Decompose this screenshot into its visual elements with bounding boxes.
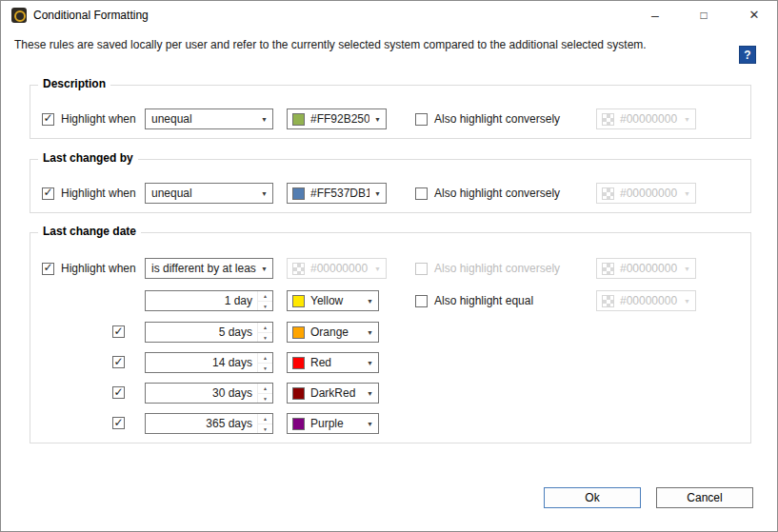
color-swatch xyxy=(292,113,305,126)
threshold-value: 365 days xyxy=(146,417,257,430)
threshold-enable-checkbox-2[interactable]: ✓ xyxy=(112,325,125,338)
color-value: Yellow xyxy=(305,294,362,307)
transparent-swatch xyxy=(292,263,305,275)
spin-up-icon[interactable]: ▲ xyxy=(258,291,272,302)
color-value: #FF92B250 xyxy=(305,112,369,126)
operator-value: unequal xyxy=(146,187,256,200)
minimize-button[interactable]: – xyxy=(641,1,669,30)
cancel-button[interactable]: Cancel xyxy=(656,487,753,508)
highlight-when-label: Highlight when xyxy=(61,112,136,126)
threshold-spinner-3[interactable]: 14 days ▲ ▼ xyxy=(145,352,273,373)
conversely-color-dropdown-disabled: #00000000 ▼ xyxy=(596,183,696,204)
color-swatch xyxy=(292,357,305,369)
highlight-color-dropdown[interactable]: #FF537DB1 ▼ xyxy=(287,183,387,204)
threshold-enable-checkbox-3[interactable]: ✓ xyxy=(112,356,125,368)
chevron-down-icon: ▼ xyxy=(679,298,695,305)
also-conversely-label: Also highlight conversely xyxy=(434,262,560,275)
also-equal-checkbox[interactable]: Also highlight equal xyxy=(415,290,533,311)
threshold-color-dropdown-1[interactable]: Yellow ▼ xyxy=(287,290,379,311)
color-swatch xyxy=(292,187,305,200)
checkbox-disabled xyxy=(415,263,428,275)
checkbox-checked[interactable]: ✓ xyxy=(42,263,54,275)
checkbox-checked[interactable]: ✓ xyxy=(42,113,54,126)
chevron-down-icon: ▼ xyxy=(362,329,378,336)
check-icon: ✓ xyxy=(113,386,123,398)
transparent-swatch xyxy=(602,113,614,126)
checkbox-unchecked[interactable] xyxy=(415,295,428,307)
color-value: #00000000 xyxy=(614,112,679,126)
highlight-when-checkbox[interactable]: ✓ Highlight when xyxy=(42,108,136,129)
threshold-value: 14 days xyxy=(146,356,257,369)
chevron-down-icon: ▼ xyxy=(369,116,386,123)
also-conversely-checkbox-disabled: Also highlight conversely xyxy=(415,258,560,279)
chevron-down-icon: ▼ xyxy=(362,421,378,427)
highlight-color-dropdown[interactable]: #FF92B250 ▼ xyxy=(287,108,387,129)
conversely-color-dropdown-disabled: #00000000 ▼ xyxy=(596,108,696,129)
threshold-spinner-5[interactable]: 365 days ▲ ▼ xyxy=(145,413,273,434)
spin-down-icon[interactable]: ▼ xyxy=(258,364,272,373)
also-conversely-label: Also highlight conversely xyxy=(434,112,560,126)
help-button[interactable]: ? xyxy=(739,46,756,64)
chevron-down-icon: ▼ xyxy=(256,190,272,197)
spin-up-icon[interactable]: ▲ xyxy=(258,384,272,394)
highlight-when-checkbox[interactable]: ✓ Highlight when xyxy=(42,183,136,204)
color-swatch xyxy=(292,387,305,400)
spin-down-icon[interactable]: ▼ xyxy=(258,394,272,404)
threshold-spinner-1[interactable]: 1 day ▲ ▼ xyxy=(145,290,273,311)
maximize-button[interactable]: □ xyxy=(689,1,718,30)
operator-dropdown[interactable]: unequal ▼ xyxy=(145,183,273,204)
chevron-down-icon: ▼ xyxy=(362,298,378,305)
operator-dropdown[interactable]: is different by at least ▼ xyxy=(145,258,273,279)
spinner-buttons[interactable]: ▲ ▼ xyxy=(257,384,272,403)
spin-up-icon[interactable]: ▲ xyxy=(258,353,272,364)
checkbox-checked[interactable]: ✓ xyxy=(42,187,54,200)
group-title: Description xyxy=(38,77,110,90)
spinner-buttons[interactable]: ▲ ▼ xyxy=(257,291,272,310)
spin-up-icon[interactable]: ▲ xyxy=(258,414,272,424)
threshold-color-dropdown-4[interactable]: DarkRed ▼ xyxy=(287,383,379,404)
chevron-down-icon: ▼ xyxy=(369,266,386,272)
intro-text: These rules are saved locally per user a… xyxy=(14,38,724,51)
spinner-buttons[interactable]: ▲ ▼ xyxy=(257,323,272,342)
checkbox-unchecked[interactable] xyxy=(415,187,428,200)
chevron-down-icon: ▼ xyxy=(679,116,695,123)
threshold-color-dropdown-3[interactable]: Red ▼ xyxy=(287,352,379,373)
group-title: Last change date xyxy=(38,225,141,238)
spin-down-icon[interactable]: ▼ xyxy=(258,302,272,311)
group-last-change-date: Last change date ✓ Highlight when is dif… xyxy=(30,232,751,443)
spin-down-icon[interactable]: ▼ xyxy=(258,424,272,434)
operator-value: is different by at least xyxy=(146,262,256,275)
color-value: #FF537DB1 xyxy=(305,187,369,200)
checkbox-unchecked[interactable] xyxy=(415,113,428,126)
conditional-formatting-dialog: Conditional Formatting – □ ✕ These rules… xyxy=(0,0,778,532)
operator-color-dropdown-disabled: #00000000 ▼ xyxy=(287,258,387,279)
color-swatch xyxy=(292,418,305,430)
spinner-buttons[interactable]: ▲ ▼ xyxy=(257,414,272,433)
operator-dropdown[interactable]: unequal ▼ xyxy=(145,108,273,129)
color-value: Red xyxy=(305,356,362,369)
threshold-color-dropdown-5[interactable]: Purple ▼ xyxy=(287,413,379,434)
chevron-down-icon: ▼ xyxy=(679,190,695,197)
close-button[interactable]: ✕ xyxy=(740,1,768,30)
spin-up-icon[interactable]: ▲ xyxy=(258,323,272,333)
highlight-when-checkbox[interactable]: ✓ Highlight when xyxy=(42,258,136,279)
spinner-buttons[interactable]: ▲ ▼ xyxy=(257,353,272,372)
threshold-spinner-4[interactable]: 30 days ▲ ▼ xyxy=(145,383,273,404)
chevron-down-icon: ▼ xyxy=(679,266,695,272)
spin-down-icon[interactable]: ▼ xyxy=(258,333,272,343)
title-bar[interactable]: Conditional Formatting – □ ✕ xyxy=(1,1,777,30)
threshold-color-dropdown-2[interactable]: Orange ▼ xyxy=(287,322,379,343)
group-last-changed-by: Last changed by ✓ Highlight when unequal… xyxy=(30,159,751,213)
threshold-enable-checkbox-5[interactable]: ✓ xyxy=(112,417,125,429)
threshold-enable-checkbox-4[interactable]: ✓ xyxy=(112,386,125,399)
chevron-down-icon: ▼ xyxy=(362,360,378,366)
threshold-spinner-2[interactable]: 5 days ▲ ▼ xyxy=(145,322,273,343)
also-conversely-checkbox[interactable]: Also highlight conversely xyxy=(415,183,560,204)
threshold-value: 30 days xyxy=(146,386,257,400)
ok-button[interactable]: Ok xyxy=(544,487,641,508)
also-conversely-checkbox[interactable]: Also highlight conversely xyxy=(415,108,560,129)
check-icon: ✓ xyxy=(43,187,52,198)
operator-value: unequal xyxy=(146,112,256,126)
color-value: #00000000 xyxy=(614,187,679,200)
check-icon: ✓ xyxy=(43,262,52,273)
